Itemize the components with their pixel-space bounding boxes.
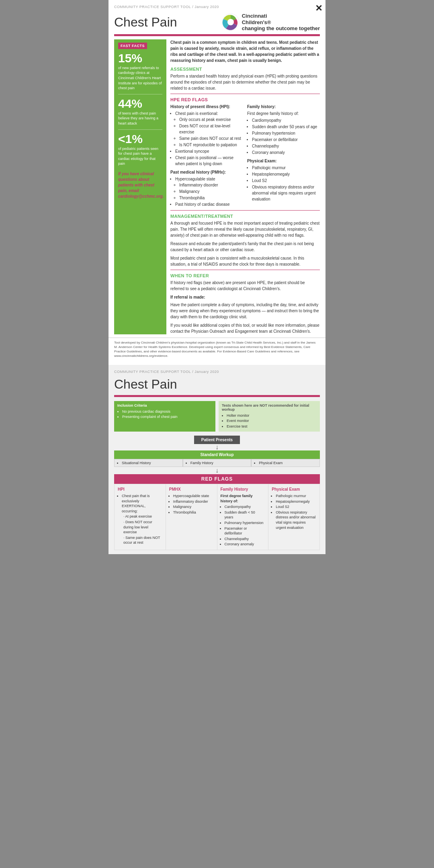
list-item: Coronary anomaly [252,149,320,156]
pmhx-list: Hypercoagulable state Inflammatory disor… [170,176,243,207]
list-item: Event monitor [227,418,317,424]
rfd-hpi: HPI Chest pain that is exclusively EXERT… [115,484,166,550]
pink-divider-3 [170,270,320,270]
tests-note: Tests shown here are NOT recommended for… [222,403,317,411]
list-item: Malignancy [173,504,214,510]
logo-area: CincinnatiChildren's® changing the outco… [222,13,320,32]
page2-title: Chest Pain [108,375,326,395]
rfd-physical: Physical Exam Pathologic murmur Hepatosp… [268,484,319,550]
list-item: Pathologic murmur [252,165,320,171]
list-item: Hepatosplenomegaly [252,171,320,177]
list-item: Malignancy [179,188,243,194]
refer-bold: If referral is made: [170,294,320,300]
list-item: Inflammatory disorder [173,499,214,504]
management-body1: A thorough and focused HPE is the most i… [170,220,320,238]
intro-text: Chest pain is a common symptom in childr… [170,39,320,63]
logo-tagline: changing the outcome together [242,25,320,32]
cincinnati-childrens-logo-icon [222,13,240,31]
stat3-desc: of pediatric patients seen for chest pai… [118,146,162,166]
list-item: Past history of cardiac disease [175,201,243,207]
list-item: Obvious respiratory distress and/or abno… [276,510,316,530]
list-item: Obvious respiratory distress and/or abno… [252,184,320,202]
sidebar-cta: If you have clinical questions about pat… [118,171,162,199]
page-title: Chest Pain [114,15,177,30]
page-2: COMMUNITY PRACTICE SUPPORT TOOL / Januar… [108,365,326,554]
list-item: Situational History [122,461,179,465]
list-item: Presenting complaint of chest pain [122,414,212,420]
right-content: Chest pain is a common symptom in childr… [170,39,320,334]
rfd-hpi-title: HPI [118,487,162,492]
stat1-value: 15% [118,52,162,64]
fast-facts-label: FAST FACTS [118,43,147,49]
sw-physical: Physical Exam [251,459,320,467]
standard-workup-row: Situational History Family History Physi… [114,459,320,467]
list-item: Holter monitor [227,413,317,419]
left-sidebar: FAST FACTS 15% of new patient referrals … [114,39,166,334]
list-item: · Same pain does NOT occur at rest [122,535,162,545]
stat3-value: <1% [118,133,162,145]
logo-name: CincinnatiChildren's® [242,13,320,25]
list-item: Does NOT occur at low-level exercise [179,123,243,135]
management-body3: Most pediatric chest pain is consistent … [170,255,320,267]
flow-arrow-1: ↓ [215,444,219,450]
list-item: Exercise test [227,424,317,430]
list-item: Only occurs at peak exercise [179,117,243,123]
list-item: Sudden death < 50 years [225,510,265,520]
flow-diagram: Patient Presents ↓ [114,436,320,450]
physical-col-title: Physical Exam: [247,158,320,164]
list-item: Thrombophilia [173,510,214,515]
list-item: Loud S2 [252,178,320,184]
rfd-pmhx: PMHX Hypercoagulable state Inflammatory … [166,484,217,550]
top-bar-2: COMMUNITY PRACTICE SUPPORT TOOL / Januar… [108,365,326,375]
rfd-family: Family History First degree family histo… [217,484,269,550]
pink-bar-2 [114,395,320,397]
pmhx-col-title: Past medical history (PMHx): [170,169,243,175]
hpi-col-title: History of present illness (HPI): [170,104,243,110]
list-item: · At peak exercise [122,514,162,519]
inclusion-list: No previous cardiac diagnosis Presenting… [117,409,212,420]
rfd-pmhx-title: PMHX [169,487,214,492]
header-row: Chest Pain [108,10,326,34]
family-list: Cardiomyopathy Sudden death under 50 yea… [247,117,320,156]
pink-divider-1 [170,94,320,94]
stat2-desc: of teens with chest pain believe they ar… [118,111,162,126]
list-item: Chest pain is positional — worse when pa… [175,155,243,167]
hpi-col: History of present illness (HPI): Chest … [170,104,243,208]
red-flags-grid: History of present illness (HPI): Chest … [170,104,320,208]
stat2-value: 44% [118,98,162,110]
patient-presents-box: Patient Presents [194,436,240,444]
stat-divider-2 [118,129,162,130]
family-col-title: Family history: [247,104,320,110]
pink-divider-2 [170,210,320,211]
list-item: Chest pain is exertional: Only occurs at… [175,111,243,148]
list-item: Cardiomyopathy [252,117,320,123]
refer-body2: Have the patient complete a diary of sym… [170,302,320,320]
list-item: Channelopathy [252,143,320,149]
rfd-physical-list: Pathologic murmur Hepatosplenomegaly Lou… [272,493,316,530]
list-item: Pacemaker or defibrillator [252,137,320,143]
page-1: ✕ COMMUNITY PRACTICE SUPPORT TOOL / Janu… [108,0,326,365]
list-item: Sudden death under 50 years of age [252,124,320,130]
list-item: · Does NOT occur during low level exerci… [122,520,162,535]
list-item: Inflammatory disorder [179,182,243,188]
list-item: Loud S2 [276,504,316,510]
hpi-list: Chest pain is exertional: Only occurs at… [170,111,243,167]
rfd-hpi-list: Chest pain that is exclusively EXERTIONA… [118,493,162,545]
list-item: Channelopathy [225,536,265,542]
list-item: Hypercoagulable state Inflammatory disor… [175,176,243,201]
standard-workup-section: Standard Workup Situational History Fami… [114,450,320,467]
pink-divider-bar [114,34,320,36]
list-item: Coronary anomaly [225,542,265,547]
physical-list: Pathologic murmur Hepatosplenomegaly Lou… [247,165,320,202]
list-item: Pulmonary hypertension [252,130,320,136]
list-item: Pacemaker or defibrillator [225,526,265,536]
list-item: Hypercoagulable state [173,493,214,499]
list-item: No previous cardiac diagnosis [122,409,212,415]
list-item: Exertional syncope [175,148,243,154]
list-item: Thrombophilia [179,195,243,201]
management-body2: Reassure and educate the patient/patient… [170,241,320,253]
list-item: Hepatosplenomegaly [276,499,316,504]
inclusion-title: Inclusion Criteria [117,403,212,407]
content-area: FAST FACTS 15% of new patient referrals … [108,39,326,334]
close-button[interactable]: ✕ [315,3,322,14]
